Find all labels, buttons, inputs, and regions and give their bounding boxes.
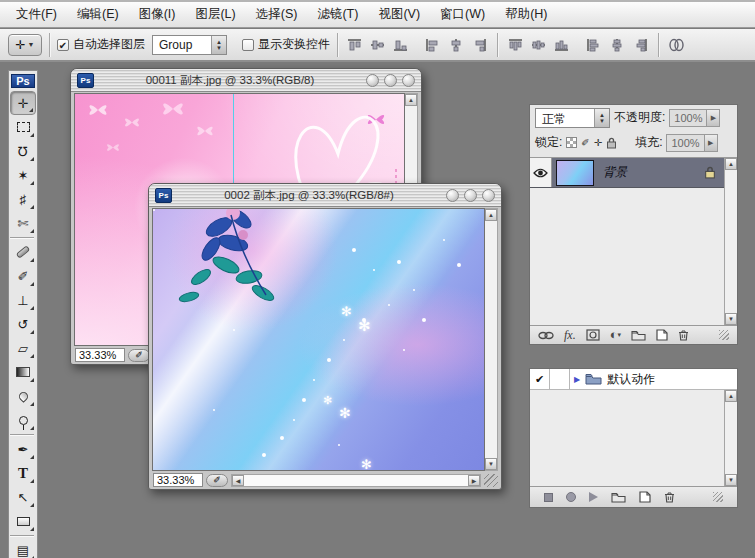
window-title-bar[interactable]: Ps 0002 副本.jpg @ 33.3%(RGB/8#) bbox=[149, 184, 501, 207]
visibility-toggle[interactable] bbox=[530, 158, 552, 187]
scroll-up-icon[interactable]: ▲ bbox=[485, 209, 497, 221]
blend-mode-dropdown[interactable]: 正常 ▲▼ bbox=[535, 108, 610, 128]
healing-brush-tool[interactable] bbox=[10, 240, 36, 264]
new-group-icon[interactable] bbox=[631, 330, 646, 341]
minimize-button[interactable] bbox=[446, 189, 459, 202]
align-left-edges-icon[interactable] bbox=[424, 36, 443, 53]
menu-item-8[interactable]: 帮助(H) bbox=[495, 3, 557, 26]
layer-row-background[interactable]: 背景 bbox=[530, 158, 724, 188]
clone-stamp-tool[interactable]: ⊥ bbox=[10, 288, 36, 312]
scroll-right-icon[interactable]: ▶ bbox=[468, 475, 480, 486]
layer-thumbnail[interactable] bbox=[556, 160, 594, 186]
align-right-edges-icon[interactable] bbox=[470, 36, 489, 53]
distribute-left-edges-icon[interactable] bbox=[585, 36, 604, 53]
stepper-icon[interactable]: ▲▼ bbox=[211, 36, 226, 54]
maximize-button[interactable] bbox=[464, 189, 477, 202]
rectangular-marquee-tool[interactable] bbox=[10, 115, 36, 139]
window-title-bar[interactable]: Ps 00011 副本.jpg @ 33.3%(RGB/8) bbox=[71, 69, 421, 92]
action-set-row[interactable]: ✔ ▶ 默认动作 bbox=[530, 369, 737, 390]
arrow-right-icon[interactable]: ▶ bbox=[704, 135, 717, 151]
resize-grip[interactable] bbox=[719, 330, 729, 340]
show-transform-checkbox[interactable] bbox=[242, 39, 254, 51]
new-set-icon[interactable] bbox=[611, 492, 626, 503]
magic-wand-tool[interactable]: ✶ bbox=[10, 163, 36, 187]
distribute-horizontal-centers-icon[interactable] bbox=[608, 36, 627, 53]
lock-pixels-icon[interactable]: ✐ bbox=[581, 137, 589, 149]
gradient-tool[interactable] bbox=[10, 360, 36, 384]
close-button[interactable] bbox=[402, 74, 415, 87]
notes-tool[interactable]: ▤ bbox=[10, 538, 36, 558]
type-tool[interactable]: T bbox=[10, 461, 36, 485]
distribute-right-edges-icon[interactable] bbox=[631, 36, 650, 53]
pen-tool[interactable]: ✒ bbox=[10, 437, 36, 461]
minimize-button[interactable] bbox=[366, 74, 379, 87]
add-layer-mask-icon[interactable] bbox=[586, 329, 600, 341]
opacity-field[interactable]: 100% ▶ bbox=[669, 109, 720, 127]
link-layers-icon[interactable] bbox=[538, 331, 554, 340]
distribute-top-edges-icon[interactable] bbox=[506, 36, 525, 53]
menu-item-2[interactable]: 图像(I) bbox=[129, 3, 186, 26]
actions-list-area[interactable] bbox=[530, 390, 724, 486]
arrow-right-icon[interactable]: ▶ bbox=[706, 110, 719, 126]
lock-position-icon[interactable]: ✛ bbox=[594, 137, 602, 149]
status-menu-icon[interactable]: ✐ bbox=[206, 474, 228, 487]
brush-tool[interactable]: ✐ bbox=[10, 264, 36, 288]
stepper-icon[interactable]: ▲▼ bbox=[594, 109, 609, 127]
auto-select-group-dropdown[interactable]: Group ▲▼ bbox=[152, 35, 227, 55]
crop-tool[interactable]: ♯ bbox=[10, 187, 36, 211]
path-selection-tool[interactable]: ↖ bbox=[10, 485, 36, 509]
new-action-icon[interactable] bbox=[639, 491, 651, 503]
distribute-vertical-centers-icon[interactable] bbox=[529, 36, 548, 53]
adjustment-layer-icon[interactable]: ◐▾ bbox=[610, 329, 621, 341]
scroll-down-icon[interactable]: ▼ bbox=[485, 458, 497, 470]
play-icon[interactable] bbox=[589, 492, 598, 502]
auto-select-checkbox[interactable]: ✔ bbox=[57, 39, 69, 51]
zoom-level-field[interactable]: 33.33% bbox=[75, 348, 125, 362]
lock-all-icon[interactable] bbox=[606, 137, 617, 149]
lasso-tool[interactable]: ℧ bbox=[10, 139, 36, 163]
photoshop-logo[interactable]: Ps bbox=[11, 74, 35, 88]
resize-grip[interactable] bbox=[484, 474, 498, 487]
menu-item-7[interactable]: 窗口(W) bbox=[430, 3, 495, 26]
scroll-up-icon[interactable]: ▲ bbox=[725, 390, 737, 402]
new-layer-icon[interactable] bbox=[656, 329, 668, 341]
dodge-tool[interactable] bbox=[10, 408, 36, 432]
scroll-up-icon[interactable]: ▲ bbox=[725, 158, 737, 170]
scroll-up-icon[interactable]: ▲ bbox=[405, 94, 417, 106]
menu-item-0[interactable]: 文件(F) bbox=[6, 3, 67, 26]
menu-item-6[interactable]: 视图(V) bbox=[368, 3, 430, 26]
canvas-image-blue[interactable]: ✻ ✻ ✻ ✻ ✻ bbox=[152, 208, 485, 471]
move-tool[interactable]: ✛ bbox=[10, 91, 36, 115]
delete-layer-icon[interactable] bbox=[678, 329, 689, 341]
align-horizontal-centers-icon[interactable] bbox=[447, 36, 466, 53]
layer-style-icon[interactable]: fx. bbox=[564, 329, 576, 341]
record-icon[interactable] bbox=[566, 492, 576, 502]
current-tool-button[interactable]: ✛▼ bbox=[8, 34, 42, 56]
scroll-down-icon[interactable]: ▼ bbox=[725, 313, 737, 325]
align-top-edges-icon[interactable] bbox=[345, 36, 364, 53]
rectangle-tool[interactable] bbox=[10, 509, 36, 533]
horizontal-scrollbar[interactable]: ◀ ▶ bbox=[231, 474, 481, 487]
align-bottom-edges-icon[interactable] bbox=[391, 36, 410, 53]
layer-name[interactable]: 背景 bbox=[603, 164, 704, 181]
auto-align-layers-icon[interactable] bbox=[667, 36, 686, 53]
status-menu-icon[interactable]: ✐ bbox=[128, 349, 150, 362]
layers-scrollbar[interactable]: ▲ ▼ bbox=[724, 158, 737, 325]
expand-arrow-icon[interactable]: ▶ bbox=[574, 375, 580, 384]
scroll-left-icon[interactable]: ◀ bbox=[232, 475, 244, 486]
maximize-button[interactable] bbox=[384, 74, 397, 87]
auto-select-layer-option[interactable]: ✔ 自动选择图层 bbox=[57, 36, 145, 53]
slice-tool[interactable]: ✄ bbox=[10, 211, 36, 235]
distribute-bottom-edges-icon[interactable] bbox=[552, 36, 571, 53]
zoom-level-field[interactable]: 33.33% bbox=[153, 473, 203, 487]
align-vertical-centers-icon[interactable] bbox=[368, 36, 387, 53]
menu-item-5[interactable]: 滤镜(T) bbox=[307, 3, 368, 26]
action-enabled-checkbox[interactable]: ✔ bbox=[530, 369, 550, 389]
vertical-scrollbar[interactable]: ▲ ▼ bbox=[485, 208, 498, 471]
menu-item-4[interactable]: 选择(S) bbox=[246, 3, 308, 26]
scroll-down-icon[interactable]: ▼ bbox=[725, 474, 737, 486]
close-button[interactable] bbox=[482, 189, 495, 202]
show-transform-option[interactable]: 显示变换控件 bbox=[242, 36, 330, 53]
eraser-tool[interactable]: ▱ bbox=[10, 336, 36, 360]
action-dialog-checkbox[interactable] bbox=[550, 369, 570, 389]
